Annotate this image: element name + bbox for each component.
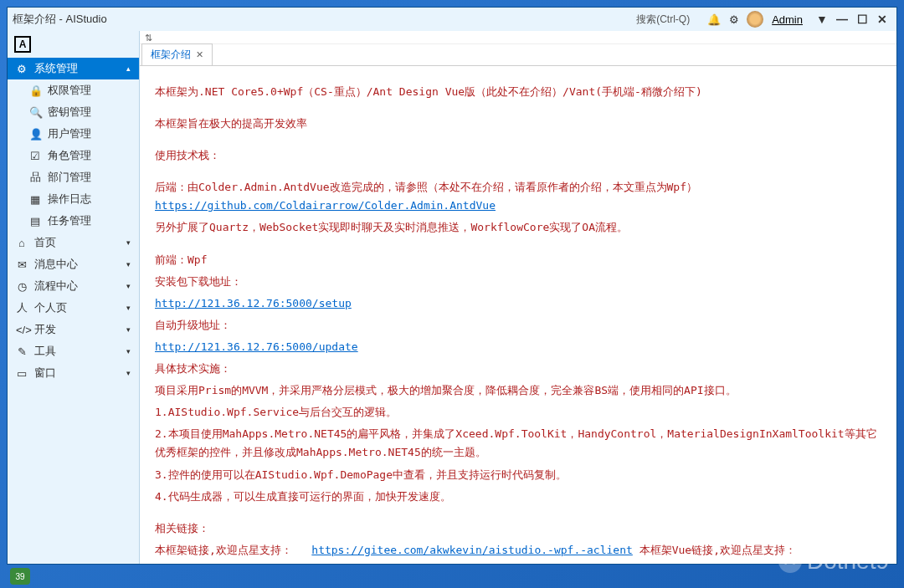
app-window: 框架介绍 - AIStudio 搜索(Ctrl-Q) 🔔 ⚙ Admin ▼ —… (7, 7, 897, 565)
content-area: ⇅ 框架介绍 ✕ 本框架为.NET Core5.0+Wpf（CS-重点）/Ant… (140, 31, 896, 564)
badge-count: 39 (15, 572, 24, 581)
doc-line: 后端：由Colder.Admin.AntdVue改造完成的，请参照（本处不在介绍… (155, 178, 881, 215)
tab-intro[interactable]: 框架介绍 ✕ (141, 43, 213, 65)
sidebar-item-3[interactable]: 👤用户管理 (8, 123, 139, 145)
nav-icon: ✉ (16, 258, 28, 271)
chevron-icon: ▾ (126, 260, 131, 268)
nav-label: 密钥管理 (48, 105, 91, 120)
sidebar-item-0[interactable]: ⚙系统管理▴ (8, 58, 139, 79)
nav-icon: 🔒 (29, 84, 41, 97)
doc-line: 本框架链接,欢迎点星支持： https://gitee.com/akwkevin… (155, 541, 881, 564)
nav-icon: ✎ (16, 345, 28, 358)
sidebar-item-10[interactable]: ◷流程中心▾ (8, 275, 139, 297)
nav-label: 窗口 (34, 366, 56, 381)
watermark-icon: ෴ (778, 550, 802, 573)
nav-icon: ▦ (29, 193, 41, 206)
window-title: 框架介绍 - AIStudio (13, 12, 107, 27)
nav-label: 个人页 (34, 300, 67, 315)
nav-label: 流程中心 (34, 279, 78, 294)
search-hint[interactable]: 搜索(Ctrl-Q) (636, 13, 690, 27)
tabs-row: 框架介绍 ✕ (140, 44, 896, 66)
close-button[interactable]: ✕ (873, 10, 891, 28)
sidebar-item-13[interactable]: ✎工具▾ (8, 340, 139, 362)
sidebar-item-11[interactable]: 人个人页▾ (8, 297, 139, 319)
bell-icon[interactable]: 🔔 (706, 12, 722, 27)
nav-label: 操作日志 (48, 192, 91, 207)
sidebar-item-7[interactable]: ▤任务管理 (8, 210, 139, 232)
nav-icon: </> (16, 324, 28, 336)
sidebar: A ⚙系统管理▴🔒权限管理🔍密钥管理👤用户管理☑角色管理品部门管理▦操作日志▤任… (8, 31, 140, 564)
document-body: 本框架为.NET Core5.0+Wpf（CS-重点）/Ant Design V… (140, 66, 896, 564)
sidebar-item-9[interactable]: ✉消息中心▾ (8, 253, 139, 275)
doc-line: 安装包下载地址： (155, 273, 881, 291)
doc-line: 使用技术栈： (155, 146, 881, 165)
nav-icon: 🔍 (29, 106, 41, 119)
sidebar-item-12[interactable]: </>开发▾ (8, 319, 139, 340)
nav-icon: 人 (16, 300, 28, 315)
nav-label: 工具 (34, 344, 56, 359)
watermark: ෴ Dotnet9 (778, 548, 889, 575)
chevron-icon: ▾ (126, 325, 131, 334)
maximize-button[interactable]: ☐ (853, 10, 871, 28)
chevron-icon: ▴ (126, 64, 131, 73)
nav-icon: ▭ (16, 367, 28, 380)
link-gitee-wpf[interactable]: https://gitee.com/akwkevin/aistudio.-wpf… (311, 544, 633, 556)
settings-icon[interactable]: ⚙ (727, 12, 742, 27)
doc-line: 4.代码生成器，可以生成直接可运行的界面，加快开发速度。 (155, 488, 881, 506)
nav-icon: 👤 (29, 128, 41, 141)
nav-icon: ☑ (29, 150, 41, 162)
titlebar: 框架介绍 - AIStudio 搜索(Ctrl-Q) 🔔 ⚙ Admin ▼ —… (8, 8, 896, 31)
nav-label: 部门管理 (48, 170, 91, 185)
sidebar-item-8[interactable]: ⌂首页▾ (8, 232, 139, 253)
sidebar-item-6[interactable]: ▦操作日志 (8, 188, 139, 210)
dropdown-icon[interactable]: ▼ (813, 10, 831, 28)
nav-label: 系统管理 (34, 61, 78, 76)
nav-label: 开发 (34, 322, 56, 337)
chevron-icon: ▾ (126, 369, 131, 377)
nav-label: 消息中心 (34, 257, 78, 272)
doc-line: 相关链接： (155, 519, 881, 538)
nav-icon: ⌂ (16, 237, 28, 249)
nav-label: 角色管理 (48, 148, 91, 163)
doc-line: 1.AIStudio.Wpf.Service与后台交互的逻辑。 (155, 403, 881, 422)
doc-line: 本框架旨在极大的提高开发效率 (155, 115, 881, 133)
taskbar-badge[interactable]: 39 (10, 568, 30, 585)
chevron-icon: ▾ (126, 238, 131, 247)
nav-icon: ▤ (29, 215, 41, 228)
link-update[interactable]: http://121.36.12.76:5000/update (155, 340, 358, 353)
doc-line: 项目采用Prism的MVVM，并采用严格分层模式，极大的增加聚合度，降低耦合度，… (155, 381, 881, 400)
doc-line: 自动升级地址： (155, 316, 881, 335)
nav-icon: ◷ (16, 280, 28, 293)
sidebar-item-2[interactable]: 🔍密钥管理 (8, 101, 139, 123)
doc-line: 另外扩展了Quartz，WebSocket实现即时聊天及实时消息推送，Workf… (155, 218, 881, 237)
nav-icon: 品 (29, 170, 41, 185)
admin-link[interactable]: Admin (772, 13, 803, 26)
sidebar-item-1[interactable]: 🔒权限管理 (8, 79, 139, 101)
minimize-button[interactable]: — (833, 10, 851, 28)
sidebar-item-4[interactable]: ☑角色管理 (8, 145, 139, 166)
nav-label: 权限管理 (48, 83, 91, 98)
logo: A (14, 36, 31, 53)
doc-line: 2.本项目使用MahApps.Metro.NET45的扁平风格，并集成了Xcee… (155, 425, 881, 462)
sidebar-item-14[interactable]: ▭窗口▾ (8, 362, 139, 384)
doc-line: 前端：Wpf (155, 251, 881, 269)
sidebar-item-5[interactable]: 品部门管理 (8, 166, 139, 188)
nav-label: 任务管理 (48, 213, 91, 228)
nav-icon: ⚙ (16, 63, 28, 75)
doc-line: 本框架为.NET Core5.0+Wpf（CS-重点）/Ant Design V… (155, 83, 881, 101)
link-github[interactable]: https://github.com/Coldairarrow/Colder.A… (155, 199, 496, 212)
chevron-icon: ▾ (126, 282, 131, 290)
toolbar-row: ⇅ (140, 31, 896, 44)
link-setup[interactable]: http://121.36.12.76:5000/setup (155, 297, 352, 309)
tab-close-icon[interactable]: ✕ (196, 49, 203, 60)
link-gitee-vue[interactable]: https://gitee.com/akwkevin/aistudio.-vue… (155, 562, 476, 564)
avatar[interactable] (747, 11, 763, 28)
nav-label: 首页 (34, 235, 56, 250)
nav-label: 用户管理 (48, 126, 91, 141)
doc-line: 具体技术实施： (155, 360, 881, 378)
tab-label: 框架介绍 (151, 48, 191, 62)
chevron-icon: ▾ (126, 347, 131, 355)
chevron-icon: ▾ (126, 304, 131, 312)
doc-line: 3.控件的使用可以在AIStudio.Wpf.DemoPage中查看，并且支持运… (155, 466, 881, 484)
